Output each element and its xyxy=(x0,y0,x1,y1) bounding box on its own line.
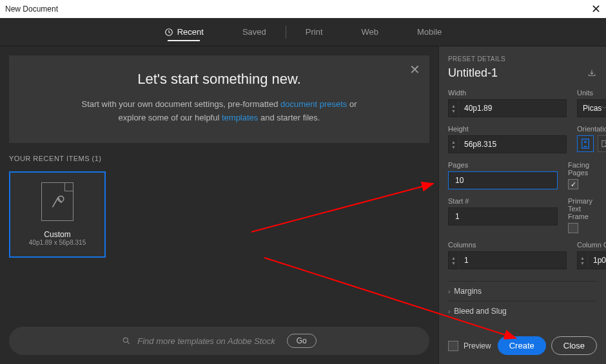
portrait-icon xyxy=(581,139,590,149)
preview-label: Preview xyxy=(464,341,491,350)
tab-mobile-label: Mobile xyxy=(417,27,442,37)
start-number-stepper[interactable] xyxy=(448,207,558,225)
gutter-input[interactable] xyxy=(588,256,606,265)
tab-mobile[interactable]: Mobile xyxy=(398,18,461,46)
gutter-label: Column Gutter xyxy=(577,241,606,249)
stock-search-bar[interactable]: Find more templates on Adobe Stock Go xyxy=(9,327,429,355)
width-stepper[interactable]: ▲▼ xyxy=(448,99,567,117)
facing-pages-label: Facing Pages xyxy=(568,161,597,177)
recent-items-grid: Custom 40p1.89 x 56p8.315 xyxy=(9,171,429,327)
bleed-slug-label: Bleed and Slug xyxy=(454,307,506,316)
tab-saved-label: Saved xyxy=(242,27,266,37)
preset-card-name: Custom xyxy=(44,230,70,239)
hero-banner: ✕ Let's start something new. Start with … xyxy=(9,55,429,143)
units-select[interactable]: Picas ﹀ xyxy=(577,99,606,117)
recent-items-label: YOUR RECENT ITEMS (1) xyxy=(9,155,429,162)
primary-text-frame-label: Primary Text Frame xyxy=(568,197,597,220)
stepper-arrows-icon[interactable]: ▲▼ xyxy=(449,252,459,269)
columns-input[interactable] xyxy=(459,256,566,265)
hero-text: Start with your own document settings, p… xyxy=(28,98,410,125)
main-panel: ✕ Let's start something new. Start with … xyxy=(0,46,438,364)
search-icon xyxy=(122,336,131,345)
tab-print-label: Print xyxy=(306,27,323,37)
stepper-arrows-icon[interactable]: ▲▼ xyxy=(449,100,459,117)
width-input[interactable] xyxy=(459,104,566,113)
chevron-right-icon: › xyxy=(448,308,450,315)
orientation-label: Orientation xyxy=(577,125,606,133)
page-icon xyxy=(41,182,73,221)
tab-recent[interactable]: Recent xyxy=(145,18,223,46)
chevron-right-icon: › xyxy=(448,288,450,295)
columns-label: Columns xyxy=(448,241,567,249)
bleed-slug-expander[interactable]: › Bleed and Slug xyxy=(448,301,597,321)
preset-card-custom[interactable]: Custom 40p1.89 x 56p8.315 xyxy=(9,171,106,258)
stepper-arrows-icon[interactable]: ▲▼ xyxy=(449,136,459,153)
primary-text-frame-checkbox[interactable] xyxy=(568,223,578,233)
tab-web[interactable]: Web xyxy=(342,18,398,46)
hero-close-icon[interactable]: ✕ xyxy=(409,62,420,77)
document-name[interactable]: Untitled-1 xyxy=(448,66,498,80)
clock-icon xyxy=(164,28,173,37)
save-preset-icon[interactable] xyxy=(587,69,597,78)
columns-stepper[interactable]: ▲▼ xyxy=(448,251,567,269)
preview-checkbox[interactable] xyxy=(448,341,458,351)
tab-web-label: Web xyxy=(362,27,379,37)
link-templates[interactable]: templates xyxy=(222,113,258,122)
height-label: Height xyxy=(448,125,567,133)
landscape-icon xyxy=(601,139,606,149)
tab-recent-label: Recent xyxy=(177,27,204,37)
margins-expander[interactable]: › Margins xyxy=(448,281,597,301)
tab-print[interactable]: Print xyxy=(286,18,342,46)
close-button[interactable]: Close xyxy=(551,336,597,355)
pages-label: Pages xyxy=(448,161,558,169)
preset-details-header: PRESET DETAILS xyxy=(448,55,597,62)
start-number-label: Start # xyxy=(448,197,558,205)
height-stepper[interactable]: ▲▼ xyxy=(448,135,567,153)
tab-saved[interactable]: Saved xyxy=(223,18,286,46)
facing-pages-checkbox[interactable] xyxy=(568,179,578,189)
gutter-stepper[interactable]: ▲▼ xyxy=(577,251,606,269)
window-title: New Document xyxy=(5,5,58,14)
preset-details-panel: PRESET DETAILS Untitled-1 Width ▲▼ Units… xyxy=(438,46,606,364)
orientation-landscape-button[interactable] xyxy=(598,135,606,152)
titlebar: New Document ✕ xyxy=(0,0,606,18)
hero-heading: Let's start something new. xyxy=(28,71,410,88)
stepper-arrows-icon[interactable]: ▲▼ xyxy=(578,252,588,269)
category-tabs: Recent Saved Print Web Mobile xyxy=(0,18,606,46)
svg-point-4 xyxy=(584,141,587,144)
window-close-icon[interactable]: ✕ xyxy=(591,3,601,15)
height-input[interactable] xyxy=(459,140,566,149)
pages-input[interactable] xyxy=(449,176,557,185)
svg-point-2 xyxy=(124,338,128,342)
stock-search-placeholder: Find more templates on Adobe Stock xyxy=(137,336,275,346)
create-button[interactable]: Create xyxy=(498,336,546,355)
preset-card-dims: 40p1.89 x 56p8.315 xyxy=(29,239,86,246)
orientation-portrait-button[interactable] xyxy=(577,135,594,152)
margins-label: Margins xyxy=(454,287,482,296)
stock-search-go-button[interactable]: Go xyxy=(287,334,317,348)
pages-stepper[interactable] xyxy=(448,171,558,189)
chevron-down-icon: ﹀ xyxy=(601,104,606,113)
units-value: Picas xyxy=(583,104,601,113)
units-label: Units xyxy=(577,89,606,97)
start-number-input[interactable] xyxy=(449,212,557,221)
link-document-presets[interactable]: document presets xyxy=(280,99,347,109)
width-label: Width xyxy=(448,89,567,97)
